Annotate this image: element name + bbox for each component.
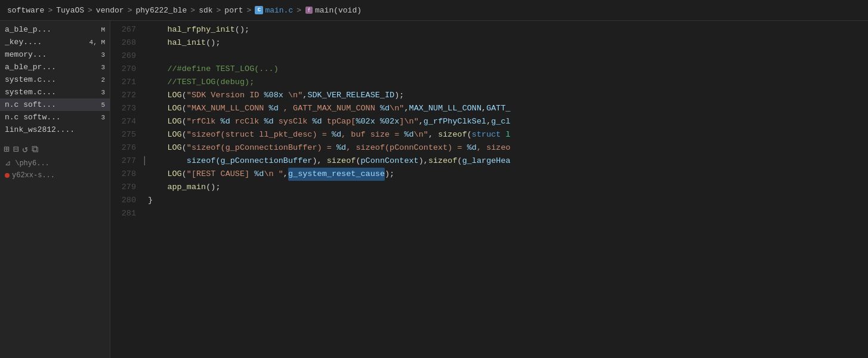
tok-fmt-276b: %d <box>467 141 477 155</box>
tok-paren-275a: ( <box>182 128 187 141</box>
tok-fmt-274c: %d <box>312 115 322 128</box>
sidebar-path-2-row: y62xx-s... <box>0 169 110 182</box>
icon-copy[interactable]: ⧉ <box>32 144 38 155</box>
bc-sep-4: > <box>190 6 195 15</box>
tok-fmt-273b: %d <box>380 102 390 115</box>
tok-fmt-275b: %d <box>404 128 413 141</box>
sidebar-item-0[interactable]: a_ble_p... M <box>0 23 110 36</box>
bc-file-c[interactable]: C main.c <box>255 6 293 15</box>
bc-vendor[interactable]: vendor <box>96 6 124 15</box>
tok-fmt-274b: %d <box>264 115 273 128</box>
code-line-278: LOG("[REST CAUSE] %d\n ",g_system_reset_… <box>148 168 862 181</box>
code-line-268: hal_init(); <box>148 36 862 50</box>
tok-str2-276: , sizeof(pConnContext) = <box>346 141 467 155</box>
tok-highlighted-param-278: g_system_reset_cause <box>288 168 385 181</box>
code-line-267: hal_rfphy_init(); <box>148 23 862 36</box>
tok-paren-272a: ( <box>182 89 187 102</box>
tok-fmt-273a: %d <box>269 102 279 115</box>
line-num-270: 270 <box>110 63 136 76</box>
line-num-267: 267 <box>110 23 136 36</box>
tok-str3-273: \n" <box>390 102 404 115</box>
line-num-269: 269 <box>110 50 136 63</box>
tok-str-276: "sizeof(g_pConnectionBuffer) = <box>187 141 336 155</box>
bc-phy[interactable]: phy6222_ble <box>135 6 187 15</box>
sidebar-item-name-6: n.c soft... <box>5 100 98 109</box>
tok-str-275: "sizeof(struct ll_pkt_desc) = <box>187 128 332 141</box>
code-line-275: LOG("sizeof(struct ll_pkt_desc) = %d, bu… <box>148 128 862 141</box>
line-num-277: 277 <box>110 155 136 168</box>
tok-p2-275: ( <box>467 128 472 141</box>
tok-str2-275: , buf size = <box>341 128 404 141</box>
bc-port[interactable]: port <box>224 6 243 15</box>
tok-kw-275: struct <box>472 128 506 141</box>
tok-str3-274: sysClk <box>274 115 313 128</box>
sidebar-item-4[interactable]: system.c... 2 <box>0 73 110 86</box>
tok-str2-278: \n " <box>264 168 283 181</box>
bc-sep-7: > <box>296 6 301 15</box>
tok-fn-277: sizeof <box>327 155 356 168</box>
sidebar-item-name-2: memory... <box>5 50 98 59</box>
tok-fn-267: hal_rfphy_init <box>148 23 235 36</box>
bc-software[interactable]: software <box>7 6 44 15</box>
sidebar-item-name-5: system.c... <box>5 88 98 97</box>
sidebar-item-2[interactable]: memory... 3 <box>0 48 110 61</box>
sidebar-item-5[interactable]: system.c... 3 <box>0 86 110 98</box>
bc-sep-3: > <box>128 6 132 15</box>
tok-c2-273: , <box>481 102 486 115</box>
tok-paren-273a: ( <box>182 102 187 115</box>
sidebar-badge-6: 5 <box>101 101 105 109</box>
tok-fn-278: LOG <box>148 168 182 181</box>
code-lines[interactable]: hal_rfphy_init(); hal_init(); //#define … <box>143 23 862 356</box>
bc-tuyaos[interactable]: TuyaOS <box>56 6 84 15</box>
tok-comment-271: //TEST_LOG(debug); <box>148 76 254 89</box>
line-num-281: 281 <box>110 207 136 220</box>
tok-paren-276a: ( <box>182 141 187 155</box>
bc-sep-1: > <box>48 6 52 15</box>
sidebar-path-label-1: ⊿ \phy6... <box>5 159 50 168</box>
code-line-280: } <box>148 194 862 207</box>
tok-fn-274: LOG <box>148 115 182 128</box>
tok-paren-278b: ); <box>385 168 394 181</box>
tok-str2-274: rcClk <box>230 115 264 128</box>
func-icon: f <box>305 6 313 14</box>
line-num-280: 280 <box>110 194 136 207</box>
line-num-268: 268 <box>110 36 136 50</box>
tok-str6-274: ]\n" <box>399 115 418 128</box>
scrollbar-track[interactable] <box>862 23 868 356</box>
tok-macro-272: SDK_VER_RELEASE_ID <box>307 89 394 102</box>
bc-func[interactable]: f main(void) <box>305 6 362 15</box>
sidebar-item-name-1: _key.... <box>5 38 87 47</box>
line-numbers: 267 268 269 270 271 272 273 274 275 276 … <box>110 23 143 356</box>
line-num-273: 273 <box>110 102 136 115</box>
tok-fn-272: LOG <box>148 89 182 102</box>
bc-sep-6: > <box>247 6 252 15</box>
bc-sdk[interactable]: sdk <box>199 6 212 15</box>
tok-fmt-276a: %d <box>336 141 346 155</box>
sidebar-item-8[interactable]: link_ws2812.... <box>0 124 110 136</box>
tok-paren-274a: ( <box>182 115 187 128</box>
sidebar-item-6[interactable]: n.c soft... 5 <box>0 98 110 111</box>
icon-refresh[interactable]: ↺ <box>22 143 28 155</box>
tok-fn-273: LOG <box>148 102 182 115</box>
code-line-272: LOG("SDK Version ID %08x \n",SDK_VER_REL… <box>148 89 862 102</box>
sidebar-item-1[interactable]: _key.... 4, M <box>0 36 110 48</box>
sidebar-path-1: ⊿ \phy6... <box>0 158 110 169</box>
tok-fmt-274e: %02x <box>380 115 399 128</box>
sidebar-item-name-3: a_ble_pr... <box>5 63 98 72</box>
tok-str2-272: \n" <box>283 89 302 102</box>
c-file-icon: C <box>255 6 263 14</box>
icon-split[interactable]: ⊟ <box>13 143 19 155</box>
sidebar-badge-4: 2 <box>101 76 105 84</box>
tok-punct-267: (); <box>235 23 249 36</box>
tok-comma-273: , <box>404 102 409 115</box>
icon-add-tab[interactable]: ⊞ <box>4 143 10 155</box>
tok-fn-268: hal_init <box>148 36 206 50</box>
sidebar-item-3[interactable]: a_ble_pr... 3 <box>0 61 110 73</box>
sidebar-item-7[interactable]: n.c softw... 3 <box>0 111 110 124</box>
tok-p4-277: ( <box>458 155 462 168</box>
sidebar-badge-3: 3 <box>101 64 105 71</box>
tok-str3-275: \n" <box>414 128 428 141</box>
line-num-275: 275 <box>110 128 136 141</box>
tok-comma-272: , <box>302 89 307 102</box>
bc-sep-5: > <box>217 6 221 15</box>
